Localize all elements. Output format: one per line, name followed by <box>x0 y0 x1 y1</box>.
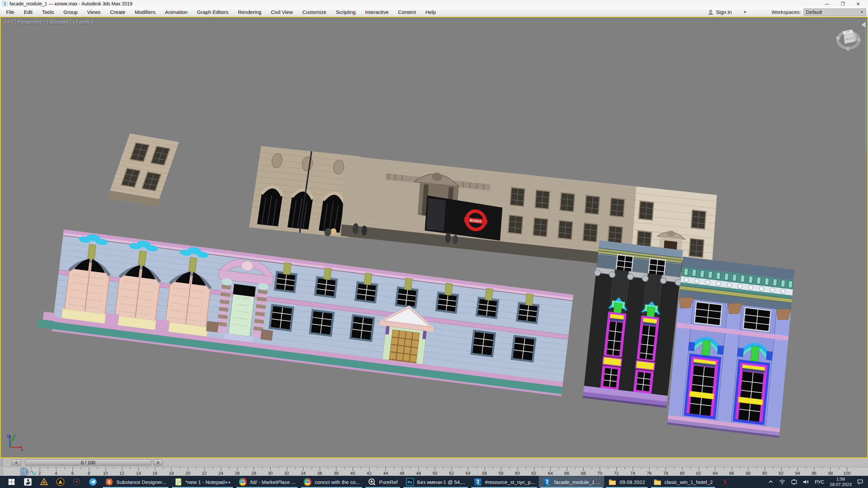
taskbar-folder-clasic-win[interactable]: clasic_win_1_hotel_2 <box>649 476 717 488</box>
taskbar-telegram[interactable] <box>85 476 101 488</box>
frame-label-62: 62 <box>531 471 536 476</box>
prev-frame-button[interactable]: < <box>12 459 21 466</box>
frame-label-12: 12 <box>119 471 124 476</box>
frame-label-74: 74 <box>630 471 635 476</box>
menu-item-graph-editors[interactable]: Graph Editors <box>192 9 233 15</box>
frame-label-50: 50 <box>433 471 437 476</box>
viewport-label-seg-3[interactable]: [ Facets ] <box>74 19 93 25</box>
viewport[interactable]: [ + ][ Perspective ][ Standard ][ Facets… <box>0 17 868 458</box>
facade-model-blue-long[interactable] <box>37 227 573 396</box>
taskbar-start[interactable] <box>3 476 20 488</box>
menu-item-help[interactable]: Help <box>421 9 441 15</box>
svg-text:3: 3 <box>4 2 6 6</box>
yellow-circle-app-icon <box>56 478 64 486</box>
zbrush-icon <box>24 478 32 486</box>
taskbar-max-facade-module[interactable]: 3MAXfacade_module_1 ... <box>539 476 604 488</box>
taskbar-folder-09-09-2022[interactable]: 09.09.2022 <box>604 476 649 488</box>
taskbar-notepad-plus-plus[interactable]: *new 1 - Notepad++ <box>170 476 235 488</box>
clock[interactable]: 1:58 28.07.2023 <box>830 476 852 487</box>
taskbar-label: connct with the co... <box>315 479 360 485</box>
wifi-icon[interactable] <box>779 479 786 485</box>
tray-chevron-icon[interactable] <box>768 479 773 485</box>
taskbar-substance-triangle[interactable] <box>36 476 52 488</box>
taskbar-monkey-app[interactable] <box>68 476 85 488</box>
frame-label-96: 96 <box>812 471 816 476</box>
viewcube-east[interactable]: E <box>858 37 861 42</box>
frame-label-98: 98 <box>828 471 833 476</box>
frame-label-94: 94 <box>795 471 800 476</box>
menu-item-create[interactable]: Create <box>105 9 130 15</box>
time-slider-grip[interactable] <box>1 459 3 466</box>
next-frame-button[interactable]: > <box>153 459 163 466</box>
frame-label-38: 38 <box>334 471 338 476</box>
viewcube[interactable]: W S E TOP FRONT <box>836 29 861 52</box>
frame-label-16: 16 <box>153 471 157 476</box>
viewport-label-seg-2[interactable]: [ Standard ] <box>47 19 71 25</box>
viewport-label-seg-1[interactable]: [ Perspective ] <box>15 19 45 25</box>
viewcube-south[interactable]: S <box>846 46 849 52</box>
menu-item-tools[interactable]: Tools <box>37 9 59 15</box>
frame-label-2: 2 <box>38 471 41 476</box>
minimize-button[interactable]: — <box>819 1 835 6</box>
photoshop-icon: Ps <box>406 478 414 486</box>
workspace-caret-icon: ▼ <box>860 10 864 14</box>
frame-label-44: 44 <box>383 471 388 476</box>
windows-start-icon <box>7 478 16 486</box>
close-button[interactable]: ✕ <box>850 1 866 6</box>
frame-label-54: 54 <box>466 471 470 476</box>
menu-item-file[interactable]: File <box>1 9 19 15</box>
action-center-icon[interactable] <box>857 479 863 485</box>
taskbar-yellow-circle-app[interactable] <box>52 476 68 488</box>
taskbar-pureref[interactable]: PureRef <box>364 476 402 488</box>
taskbar-substance-designer[interactable]: SSubstance Designer... <box>101 476 170 488</box>
sign-in-button[interactable]: Sign In ▼ <box>705 8 769 16</box>
menu-item-group[interactable]: Group <box>59 9 82 15</box>
frame-label-78: 78 <box>663 471 668 476</box>
time-slider-handle[interactable]: 0 / 100 <box>25 459 151 466</box>
menu-item-content[interactable]: Content <box>393 9 421 15</box>
menu-bar: FileEditToolsGroupViewsCreateModifiersAn… <box>0 7 868 17</box>
frame-label-92: 92 <box>778 471 783 476</box>
taskbar-substance-painter[interactable]: S <box>717 476 733 488</box>
menu-item-rendering[interactable]: Rendering <box>233 9 266 15</box>
facade-photo-small[interactable] <box>107 134 179 206</box>
3dsmax-icon: 3MAX <box>543 478 551 486</box>
maximize-button[interactable]: ❐ <box>835 1 850 6</box>
volume-icon[interactable] <box>803 479 809 485</box>
taskbar-photoshop[interactable]: PsБез имени-1 @ 54,... <box>402 476 470 488</box>
menu-items: FileEditToolsGroupViewsCreateModifiersAn… <box>0 9 440 15</box>
menu-item-views[interactable]: Views <box>82 9 105 15</box>
taskbar-chrome-marketplace[interactable]: /td/ - MarketPlace ... <box>235 476 299 488</box>
cast-display-icon[interactable] <box>791 479 797 485</box>
frame-label-80: 80 <box>680 471 685 476</box>
viewport-label-seg-0[interactable]: [ + ] <box>5 19 13 25</box>
command-panel-collapsed[interactable] <box>862 19 866 153</box>
frame-label-90: 90 <box>762 471 767 476</box>
menu-item-edit[interactable]: Edit <box>19 9 37 15</box>
language-indicator[interactable]: РУС <box>815 479 824 485</box>
workspace-select[interactable]: Default ▼ <box>804 8 866 16</box>
facade-model-periwinkle[interactable] <box>667 257 794 438</box>
current-frame-indicator[interactable] <box>20 468 27 476</box>
taskbar-max-resource[interactable]: 3MAX#resource_st_nyc_p... <box>470 476 539 488</box>
viewcube-west[interactable]: W <box>836 36 840 41</box>
telegram-icon <box>89 478 97 486</box>
frame-label-64: 64 <box>548 471 553 476</box>
track-bar[interactable]: 0246810121416182022242628303234363840424… <box>0 467 868 476</box>
menu-item-animation[interactable]: Animation <box>160 9 192 15</box>
taskbar-chrome-connct[interactable]: connct with the co... <box>299 476 364 488</box>
frame-label-14: 14 <box>136 471 141 476</box>
folder-icon <box>653 478 662 486</box>
substance-designer-icon: S <box>105 478 113 486</box>
menu-item-modifiers[interactable]: Modifiers <box>130 9 160 15</box>
facade-model-dark[interactable] <box>581 240 685 408</box>
frame-label-26: 26 <box>235 471 240 476</box>
frame-ruler[interactable]: 0246810121416182022242628303234363840424… <box>0 467 868 476</box>
3dsmax-doc-icon: 3 <box>2 1 7 6</box>
taskbar-zbrush[interactable] <box>20 476 36 488</box>
menu-item-interactive[interactable]: Interactive <box>360 9 393 15</box>
workspaces-label: Workspaces: <box>772 9 801 15</box>
menu-item-civil-view[interactable]: Civil View <box>266 9 298 15</box>
menu-item-customize[interactable]: Customize <box>298 9 331 15</box>
menu-item-scripting[interactable]: Scripting <box>331 9 360 15</box>
